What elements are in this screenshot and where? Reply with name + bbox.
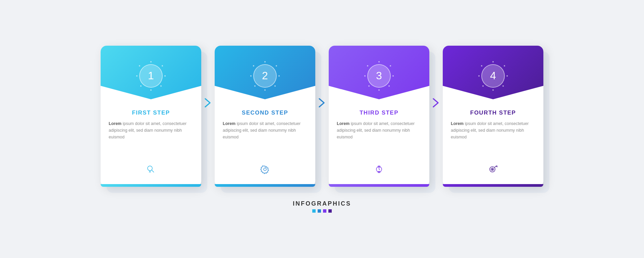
svg-point-0 — [148, 166, 152, 171]
step-header-3: 3 — [329, 46, 429, 99]
step-description-1: Lorem ipsum dolor sit amet, consectetuer… — [109, 120, 193, 140]
step-title-2: SECOND STEP — [242, 110, 288, 116]
step-footer-bar-3 — [329, 184, 429, 187]
step-icon-area-3 — [374, 164, 384, 181]
step-icon-area-1 — [146, 164, 156, 181]
step-icon-area-4 — [488, 164, 498, 181]
svg-point-12 — [492, 169, 493, 170]
infographics-label: INFOGRAPHICS — [293, 200, 351, 207]
arrow-3 — [429, 96, 443, 136]
step-header-1: 1 — [101, 46, 201, 99]
step-wrapper-3: 3THIRD STEPLorem ipsum dolor sit amet, c… — [329, 46, 443, 187]
footer-dot-4 — [328, 209, 332, 213]
arrow-2 — [315, 96, 329, 136]
step-description-3: Lorem ipsum dolor sit amet, consectetuer… — [337, 120, 421, 140]
step-wrapper-2: 2SECOND STEPLorem ipsum dolor sit amet, … — [215, 46, 329, 187]
step-title-4: FOURTH STEP — [470, 110, 516, 116]
step-number-1: 1 — [148, 70, 154, 82]
step-card-2: 2SECOND STEPLorem ipsum dolor sit amet, … — [215, 46, 315, 187]
step-title-1: FIRST STEP — [132, 110, 170, 116]
step-title-3: THIRD STEP — [360, 110, 398, 116]
step-card-4: 4FOURTH STEPLorem ipsum dolor sit amet, … — [443, 46, 543, 187]
step-card-1: 1FIRST STEPLorem ipsum dolor sit amet, c… — [101, 46, 201, 187]
step-body-3: THIRD STEPLorem ipsum dolor sit amet, co… — [329, 103, 429, 187]
step-icon-area-2 — [260, 164, 270, 181]
step-body-4: FOURTH STEPLorem ipsum dolor sit amet, c… — [443, 103, 543, 187]
footer-dot-1 — [312, 209, 316, 213]
step-wrapper-4: 4FOURTH STEPLorem ipsum dolor sit amet, … — [443, 46, 543, 187]
step-card-3: 3THIRD STEPLorem ipsum dolor sit amet, c… — [329, 46, 429, 187]
step-header-2: 2 — [215, 46, 315, 99]
step-description-4: Lorem ipsum dolor sit amet, consectetuer… — [451, 120, 535, 140]
footer-dot-3 — [323, 209, 326, 213]
step-number-3: 3 — [376, 70, 382, 82]
step-number-2: 2 — [262, 70, 268, 82]
step-number-4: 4 — [490, 70, 496, 82]
svg-line-7 — [379, 169, 380, 170]
step-body-1: FIRST STEPLorem ipsum dolor sit amet, co… — [101, 103, 201, 187]
svg-point-4 — [264, 168, 266, 171]
footer-dot-2 — [318, 209, 321, 213]
infographic-container: 1FIRST STEPLorem ipsum dolor sit amet, c… — [101, 46, 543, 187]
step-footer-bar-2 — [215, 184, 315, 187]
svg-line-1 — [152, 170, 154, 172]
infographics-dots — [312, 209, 332, 213]
step-body-2: SECOND STEPLorem ipsum dolor sit amet, c… — [215, 103, 315, 187]
infographics-footer: INFOGRAPHICS — [293, 200, 351, 213]
step-footer-bar-4 — [443, 184, 543, 187]
step-wrapper-1: 1FIRST STEPLorem ipsum dolor sit amet, c… — [101, 46, 215, 187]
step-description-2: Lorem ipsum dolor sit amet, consectetuer… — [223, 120, 307, 140]
step-header-4: 4 — [443, 46, 543, 99]
step-footer-bar-1 — [101, 184, 201, 187]
arrow-1 — [201, 96, 215, 136]
